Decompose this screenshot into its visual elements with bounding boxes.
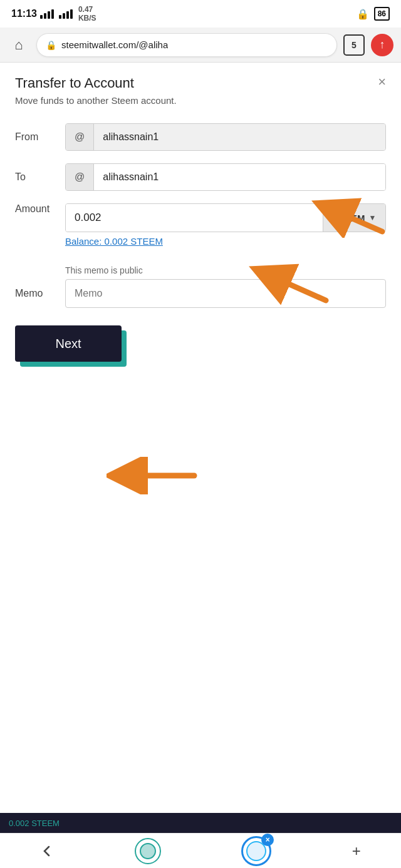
signal-indicator-2 [59,9,73,19]
from-field-row: From @ [15,123,386,151]
to-field-row: To @ [15,163,386,191]
upload-button[interactable]: ↑ [371,34,393,56]
url-lock-icon: 🔒 [46,40,56,50]
dropdown-arrow-icon: ▼ [368,213,376,222]
signal-indicator [40,9,54,19]
network-speed: 0.47KB/S [78,5,96,23]
main-content: Transfer to Account × Move funds to anot… [0,63,401,399]
memo-input[interactable] [65,279,386,308]
memo-label: Memo [15,288,65,299]
url-text: steemitwallet.com/@aliha [61,39,168,50]
next-button[interactable]: Next [15,325,122,362]
balance-link[interactable]: Balance: 0.002 STEEM [65,236,163,247]
back-button[interactable] [40,844,54,858]
currency-selector[interactable]: STEEM ▼ [323,204,385,232]
bottom-status-bar: 0.002 STEEM [0,813,401,833]
to-prefix: @ [66,164,94,190]
status-bar: 11:13 0.47KB/S 🔒 86 [0,0,401,28]
amount-input-group: STEEM ▼ [65,203,386,232]
lock-icon: 🔒 [357,8,369,20]
browser-bar: ⌂ 🔒 steemitwallet.com/@aliha 5 ↑ [0,28,401,63]
from-input[interactable] [94,124,385,150]
amount-input[interactable] [66,204,323,232]
dialog-title: Transfer to Account [15,75,134,91]
to-input-group: @ [65,163,386,191]
dialog-subtitle: Move funds to another Steem account. [15,95,386,106]
home-button[interactable]: ⌂ [8,34,30,56]
amount-field-row: Amount STEEM ▼ [15,203,386,232]
plus-button[interactable]: + [352,842,361,860]
status-right: 🔒 86 [357,7,390,21]
bottom-status-text: 0.002 STEEM [9,819,60,828]
from-prefix: @ [66,124,94,150]
currency-text: STEEM [333,213,365,223]
arrow-next-button [107,457,200,494]
next-button-wrapper: Next [15,325,122,362]
browser-circle-icon-2[interactable]: × [241,836,271,866]
amount-label: Amount [15,203,65,215]
tab-count-button[interactable]: 5 [343,34,365,56]
from-input-group: @ [65,123,386,151]
to-label: To [15,171,65,183]
close-button[interactable]: × [378,75,386,89]
url-bar[interactable]: 🔒 steemitwallet.com/@aliha [36,33,337,57]
dialog-header: Transfer to Account × [15,75,386,91]
to-input[interactable] [94,164,385,190]
from-label: From [15,131,65,143]
battery-indicator: 86 [374,7,390,21]
browser-circle-icon-1[interactable] [135,838,161,864]
status-time: 11:13 [11,8,37,19]
nav-bar: × + [0,833,401,868]
plus-icon: + [352,842,361,860]
memo-field-row: Memo [15,279,386,308]
memo-public-note: This memo is public [65,265,386,275]
